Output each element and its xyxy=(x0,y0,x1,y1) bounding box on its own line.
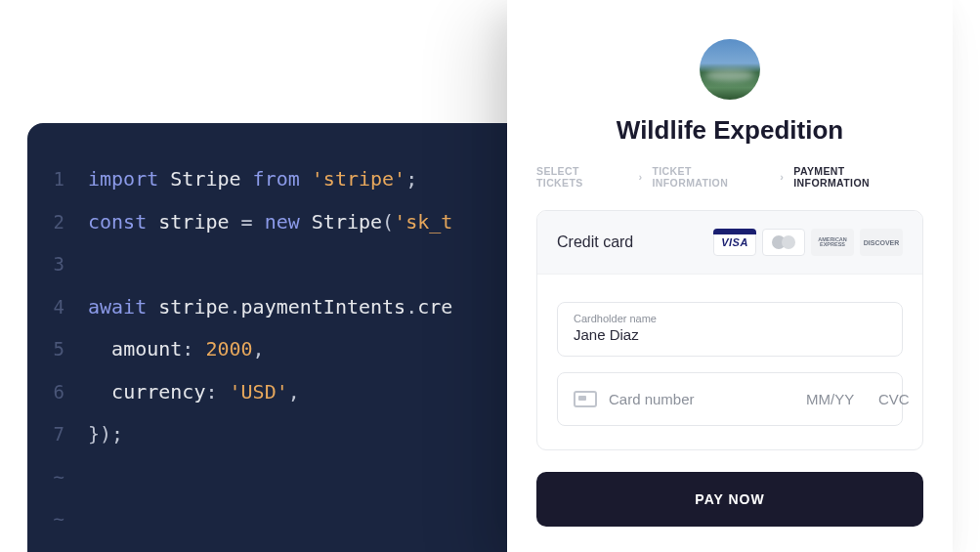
code-content: await stripe.paymentIntents.cre xyxy=(88,286,452,329)
credit-card-body: Cardholder name xyxy=(537,275,922,449)
code-line: ~ xyxy=(27,456,575,499)
card-expiry-input[interactable] xyxy=(806,391,867,407)
code-line: 2const stripe = new Stripe('sk_t xyxy=(27,201,575,244)
breadcrumb-step-select-tickets[interactable]: SELECT TICKETS xyxy=(536,165,628,189)
cardholder-name-label: Cardholder name xyxy=(574,313,886,324)
code-line: 6 currency: 'USD', xyxy=(27,371,575,414)
card-cvc-input[interactable] xyxy=(878,391,921,407)
credit-card-icon xyxy=(574,391,597,407)
code-editor: 1import Stripe from 'stripe';2const stri… xyxy=(27,123,575,552)
line-number: 4 xyxy=(27,286,88,329)
credit-card-header: Credit card VISA AMERICAN EXPRESS DISCOV… xyxy=(537,211,922,275)
payment-form-card: Wildlife Expedition SELECT TICKETS › TIC… xyxy=(507,0,953,552)
line-number: 2 xyxy=(27,201,88,244)
card-details-row[interactable] xyxy=(557,372,903,426)
breadcrumb-step-ticket-information[interactable]: TICKET INFORMATION xyxy=(652,165,770,189)
code-line: 7}); xyxy=(27,413,575,456)
card-brand-icons: VISA AMERICAN EXPRESS DISCOVER xyxy=(713,229,903,256)
cardholder-name-input[interactable] xyxy=(574,326,886,343)
merchant-avatar xyxy=(700,39,760,100)
code-content: amount: 2000, xyxy=(88,328,265,371)
chevron-right-icon: › xyxy=(780,171,784,183)
line-number: 6 xyxy=(27,371,88,414)
amex-icon: AMERICAN EXPRESS xyxy=(811,229,854,256)
mastercard-icon xyxy=(762,229,805,256)
line-number: ~ xyxy=(27,498,88,541)
line-number: 7 xyxy=(27,413,88,456)
checkout-breadcrumb: SELECT TICKETS › TICKET INFORMATION › PA… xyxy=(536,165,923,189)
credit-card-title: Credit card xyxy=(557,234,633,251)
visa-icon: VISA xyxy=(713,229,756,256)
line-number: 3 xyxy=(27,243,88,286)
merchant-title: Wildlife Expedition xyxy=(617,115,843,146)
line-number: 5 xyxy=(27,328,88,371)
code-line: 4await stripe.paymentIntents.cre xyxy=(27,286,575,329)
card-number-input[interactable] xyxy=(609,391,794,407)
credit-card-panel: Credit card VISA AMERICAN EXPRESS DISCOV… xyxy=(536,210,923,450)
line-number: 1 xyxy=(27,158,88,201)
code-content: currency: 'USD', xyxy=(88,371,300,414)
chevron-right-icon: › xyxy=(638,171,642,183)
code-content: const stripe = new Stripe('sk_t xyxy=(88,201,452,244)
cardholder-name-field[interactable]: Cardholder name xyxy=(557,302,903,357)
breadcrumb-step-payment-information[interactable]: PAYMENT INFORMATION xyxy=(793,165,923,189)
code-line: ~ xyxy=(27,498,575,541)
code-content: import Stripe from 'stripe'; xyxy=(88,158,417,201)
line-number: ~ xyxy=(27,456,88,499)
code-content: }); xyxy=(88,413,123,456)
code-line: 1import Stripe from 'stripe'; xyxy=(27,158,575,201)
code-line: 5 amount: 2000, xyxy=(27,328,575,371)
code-line: 3 xyxy=(27,243,575,286)
discover-icon: DISCOVER xyxy=(860,229,903,256)
pay-now-button[interactable]: PAY NOW xyxy=(536,472,923,527)
